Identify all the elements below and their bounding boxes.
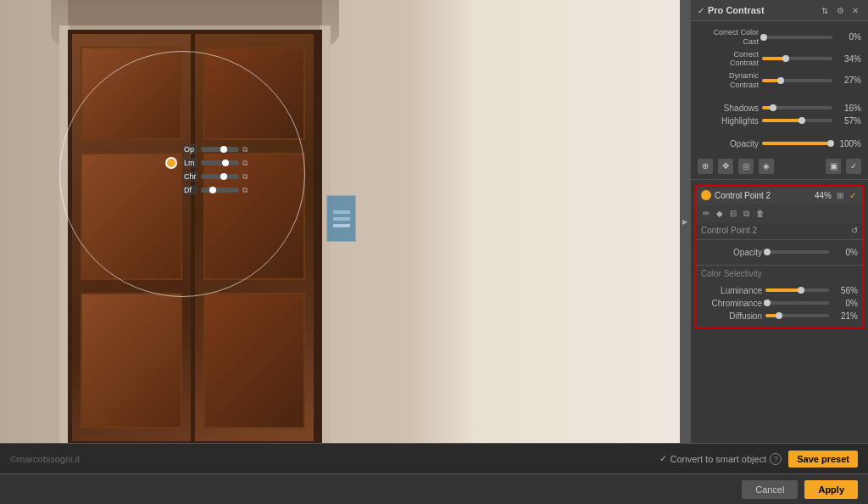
cp-chr-label: Chr	[182, 171, 198, 182]
cp-tools-row: ✏ ◆ ⊟ ⧉ 🗑	[696, 204, 863, 223]
save-preset-button[interactable]: Save preset	[788, 451, 858, 468]
eye-icon[interactable]: ◎	[738, 159, 754, 174]
opacity-label: Opacity	[698, 139, 759, 148]
cp-op-thumb	[220, 146, 227, 153]
close-icon[interactable]: ✕	[849, 4, 861, 16]
dynamic-contrast-label: DynamicContrast	[698, 71, 759, 90]
widget-item-3	[333, 224, 350, 227]
gear-icon[interactable]: ⚙	[834, 4, 846, 16]
correct-color-cast-thumb	[760, 34, 767, 41]
color-icon[interactable]: ◈	[759, 159, 774, 174]
select-icon[interactable]: ▣	[826, 159, 841, 174]
convert-check-group: ✓ Convert to smart object ?	[659, 453, 782, 465]
cp-opacity-section: Opacity 0%	[696, 242, 863, 263]
highlights-value: 57%	[836, 116, 861, 126]
door-left	[72, 34, 191, 441]
help-icon[interactable]: ?	[770, 453, 782, 465]
cp-trash-icon[interactable]: 🗑	[754, 207, 766, 220]
correct-color-cast-row: Correct ColorCast 0%	[698, 28, 861, 47]
arrows-icon[interactable]: ⇅	[819, 4, 831, 16]
highlights-slider[interactable]	[762, 119, 832, 122]
cp-copy2-icon[interactable]: ⊟	[728, 207, 738, 220]
cp-diamond-icon[interactable]: ◆	[715, 207, 725, 220]
cp-op-link: ⧉	[242, 145, 248, 154]
luminance-row: Luminance 56%	[701, 286, 858, 295]
cp-chr-link: ⧉	[242, 172, 248, 182]
photo-scene: Op ⧉ Lm ⧉	[0, 0, 680, 443]
cp-divider-1	[696, 239, 863, 240]
luminance-thumb	[798, 287, 804, 294]
correct-color-cast-slider[interactable]	[762, 36, 832, 39]
shadows-thumb	[770, 104, 776, 111]
cp-lm-label: Lm	[182, 158, 198, 168]
cp-box-title: Control Point 2	[715, 191, 811, 200]
cp-lm-slider[interactable]	[201, 160, 239, 165]
divider-1	[691, 179, 868, 180]
cp-name-input[interactable]	[701, 226, 851, 235]
cp-lm-row: Lm ⧉	[182, 158, 248, 168]
luminance-value: 56%	[832, 286, 858, 295]
canvas-area[interactable]: Op ⧉ Lm ⧉	[0, 0, 680, 443]
cp-copy-icon[interactable]: ⊞	[835, 190, 845, 201]
door-panel-1	[81, 47, 182, 140]
cp-opacity-value: 0%	[832, 248, 858, 257]
cancel-button[interactable]: Cancel	[742, 480, 798, 499]
cp-df-row: Df ⧉	[182, 185, 248, 195]
opacity-row: Opacity 100%	[698, 139, 861, 148]
main-sliders-section: Correct ColorCast 0% CorrectContrast 34%…	[691, 21, 868, 155]
widget-panel[interactable]	[326, 195, 356, 242]
chrominance-value: 0%	[832, 299, 858, 308]
diffusion-value: 21%	[832, 311, 858, 321]
action-bar: Cancel Apply	[0, 473, 868, 504]
cp-chr-slider[interactable]	[201, 174, 239, 179]
cp-df-label: Df	[182, 185, 198, 195]
correct-color-cast-label: Correct ColorCast	[698, 28, 759, 47]
door-panel-3	[81, 293, 182, 428]
correct-contrast-slider[interactable]	[762, 57, 832, 60]
bottom-bar: ©marcobisogni.it ✓ Convert to smart obje…	[0, 443, 868, 473]
cp-reset-icon[interactable]: ↺	[851, 226, 858, 235]
move-icon[interactable]: ✥	[718, 159, 733, 174]
dynamic-contrast-thumb	[777, 77, 784, 84]
gap-1	[698, 93, 861, 100]
luminance-slider[interactable]	[765, 288, 829, 292]
cp-opacity-label: Opacity	[701, 248, 762, 257]
correct-contrast-thumb	[782, 55, 789, 62]
cp-link2-icon[interactable]: ⧉	[742, 207, 751, 221]
dynamic-contrast-slider[interactable]	[762, 79, 832, 82]
cp-op-slider[interactable]	[201, 147, 239, 152]
check-icon[interactable]: ✓	[846, 159, 861, 174]
shadows-label: Shadows	[698, 104, 759, 113]
door-panel-6	[203, 293, 305, 428]
cp-df-slider[interactable]	[201, 188, 239, 193]
highlights-row: Highlights 57%	[698, 116, 861, 126]
opacity-value: 100%	[836, 139, 861, 148]
luminance-label: Luminance	[701, 286, 762, 295]
panel-toggle[interactable]	[680, 0, 690, 443]
cp-df-link: ⧉	[242, 186, 248, 195]
diffusion-slider[interactable]	[765, 314, 829, 317]
convert-checkmark[interactable]: ✓	[659, 453, 667, 464]
opacity-slider[interactable]	[762, 142, 832, 145]
cp-edit-icon[interactable]: ✏	[701, 207, 711, 220]
cp-op-row: Op ⧉	[182, 144, 248, 154]
dynamic-contrast-value: 27%	[836, 76, 861, 85]
correct-contrast-row: CorrectContrast 34%	[698, 50, 861, 69]
color-selectivity-label: Color Selectivity	[696, 267, 863, 280]
cp-check-icon[interactable]: ✓	[848, 190, 858, 201]
chrominance-slider[interactable]	[765, 301, 829, 305]
diffusion-label: Diffusion	[701, 311, 762, 321]
door-frame	[68, 30, 322, 443]
apply-button[interactable]: Apply	[804, 480, 858, 499]
watermark: ©marcobisogni.it	[10, 454, 80, 464]
add-cp-icon[interactable]: ⊕	[698, 159, 713, 174]
control-point-dot[interactable]	[165, 157, 177, 169]
cp-opacity-slider[interactable]	[765, 250, 829, 254]
gap-2	[698, 129, 861, 136]
correct-contrast-label: CorrectContrast	[698, 50, 759, 69]
pro-contrast-title: Pro Contrast	[708, 5, 815, 15]
shadows-slider[interactable]	[762, 106, 832, 109]
header-check[interactable]: ✓	[698, 6, 704, 15]
highlights-fill	[762, 119, 802, 122]
correct-contrast-value: 34%	[836, 54, 861, 64]
